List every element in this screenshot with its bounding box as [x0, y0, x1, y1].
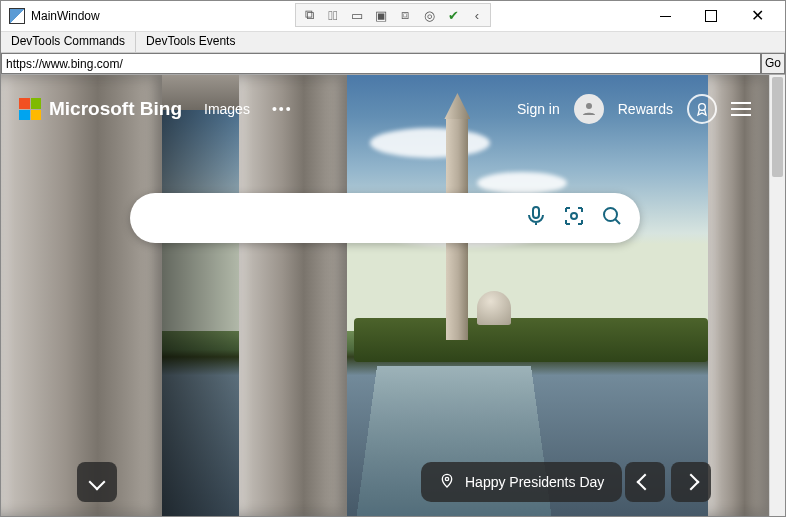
chevron-left-icon[interactable]: ‹ — [466, 5, 488, 25]
check-icon[interactable]: ✔ — [442, 5, 464, 25]
viewport-wrap: Microsoft Bing Images ••• Sign in Reward… — [1, 75, 785, 516]
user-avatar-icon[interactable] — [574, 94, 604, 124]
svg-point-1 — [699, 104, 706, 111]
capitol-dome — [477, 291, 511, 325]
hero-caption[interactable]: Happy Presidents Day — [421, 462, 622, 502]
rewards-link[interactable]: Rewards — [618, 101, 673, 117]
svg-point-0 — [586, 103, 592, 109]
rewards-badge-icon[interactable] — [687, 94, 717, 124]
lincoln-column — [708, 75, 769, 516]
maximize-button[interactable] — [697, 2, 725, 30]
location-pin-icon — [439, 473, 455, 492]
close-button[interactable]: ✕ — [743, 2, 771, 30]
hamburger-menu-icon[interactable] — [731, 102, 751, 116]
titlebar: MainWindow ⧉ ◻᷿ ▭ ▣ ⧈ ◎ ✔ ‹ ✕ — [1, 1, 785, 31]
bing-logo[interactable]: Microsoft Bing — [19, 98, 182, 120]
square-icon[interactable]: ▣ — [370, 5, 392, 25]
lincoln-column — [1, 75, 162, 516]
svg-point-6 — [445, 477, 448, 480]
url-input[interactable] — [1, 53, 761, 74]
menu-devtools-commands[interactable]: DevTools Commands — [1, 32, 136, 52]
expand-button[interactable] — [77, 462, 117, 502]
search-icon[interactable] — [600, 204, 624, 232]
target-icon[interactable]: ◎ — [418, 5, 440, 25]
minimize-button[interactable] — [651, 2, 679, 30]
chevron-right-icon — [683, 474, 700, 491]
voice-search-icon[interactable] — [524, 204, 548, 232]
signin-link[interactable]: Sign in — [517, 101, 560, 117]
svg-point-3 — [571, 213, 577, 219]
brand-text: Microsoft Bing — [49, 98, 182, 120]
svg-rect-2 — [533, 207, 539, 218]
hero-background — [1, 75, 769, 516]
screen-select-icon[interactable]: ▭ — [346, 5, 368, 25]
browser-viewport: Microsoft Bing Images ••• Sign in Reward… — [1, 75, 769, 516]
caption-text: Happy Presidents Day — [465, 474, 604, 490]
lincoln-column — [239, 75, 347, 516]
scrollbar-thumb[interactable] — [772, 77, 783, 177]
more-menu-icon[interactable]: ••• — [272, 101, 293, 117]
vertical-scrollbar[interactable] — [769, 75, 785, 516]
camera-icon[interactable]: ◻᷿ — [322, 5, 344, 25]
search-input[interactable] — [152, 209, 524, 227]
chevron-left-icon — [637, 474, 654, 491]
image-search-icon[interactable] — [562, 204, 586, 232]
microsoft-logo-icon — [19, 98, 41, 120]
hero-nav — [625, 462, 711, 502]
hero-prev-button[interactable] — [625, 462, 665, 502]
svg-line-5 — [615, 219, 620, 224]
debug-toolbar: ⧉ ◻᷿ ▭ ▣ ⧈ ◎ ✔ ‹ — [295, 3, 491, 27]
go-button[interactable]: Go — [761, 53, 785, 74]
urlbar: Go — [1, 53, 785, 75]
app-icon — [9, 8, 25, 24]
chevron-down-icon — [89, 474, 106, 491]
hero-next-button[interactable] — [671, 462, 711, 502]
window-controls: ✕ — [651, 2, 777, 30]
dev-inspect-icon[interactable]: ⧉ — [298, 5, 320, 25]
menubar: DevTools Commands DevTools Events — [1, 31, 785, 53]
nav-images[interactable]: Images — [204, 101, 250, 117]
bing-header: Microsoft Bing Images ••• Sign in Reward… — [1, 87, 769, 131]
search-box — [130, 193, 640, 243]
window-title: MainWindow — [31, 9, 100, 23]
menu-devtools-events[interactable]: DevTools Events — [136, 32, 245, 52]
overlay-icon[interactable]: ⧈ — [394, 5, 416, 25]
